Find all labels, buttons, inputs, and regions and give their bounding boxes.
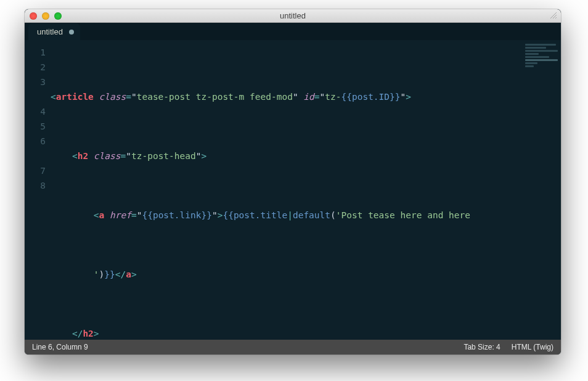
close-icon[interactable]	[30, 12, 37, 20]
code-line: ')}}</a>	[51, 267, 558, 282]
resize-icon[interactable]	[550, 12, 557, 19]
line-number	[25, 149, 46, 163]
tab-untitled[interactable]: untitled	[28, 23, 80, 40]
line-gutter: 1 2 3 4 5 6 7 8	[25, 40, 51, 340]
window-title: untitled	[25, 11, 561, 20]
tab-label: untitled	[37, 27, 63, 36]
status-bar: Line 6, Column 9 Tab Size: 4 HTML (Twig)	[25, 340, 561, 354]
line-number: 7	[25, 163, 46, 178]
tab-size[interactable]: Tab Size: 4	[463, 343, 500, 351]
code-content[interactable]: <article class="tease-post tz-post-m fee…	[51, 40, 561, 340]
titlebar[interactable]: untitled	[25, 9, 561, 23]
code-line: <h2 class="tz-post-head">	[51, 149, 558, 163]
line-number: 6	[25, 134, 46, 149]
line-number: 5	[25, 119, 46, 134]
line-number: 2	[25, 60, 46, 75]
zoom-icon[interactable]	[54, 12, 62, 20]
cursor-position[interactable]: Line 6, Column 9	[32, 343, 88, 351]
line-number	[25, 89, 46, 104]
code-line: <a href="{{post.link}}">{{post.title|def…	[51, 208, 558, 223]
line-number: 4	[25, 104, 46, 119]
minimap[interactable]	[525, 43, 560, 72]
tab-strip: untitled	[25, 23, 561, 40]
editor-area[interactable]: 1 2 3 4 5 6 7 8 <article class="tease-po…	[25, 40, 561, 340]
dirty-indicator-icon	[69, 30, 74, 35]
code-line: </h2>	[51, 326, 558, 340]
line-number: 8	[25, 178, 46, 193]
line-number: 3	[25, 75, 46, 89]
minimize-icon[interactable]	[42, 12, 49, 20]
code-line: <article class="tease-post tz-post-m fee…	[51, 89, 558, 104]
syntax-mode[interactable]: HTML (Twig)	[512, 343, 553, 351]
editor-window: untitled untitled 1 2 3 4 5 6 7 8 <artic…	[25, 9, 561, 354]
line-number: 1	[25, 45, 46, 60]
traffic-lights	[25, 12, 62, 20]
